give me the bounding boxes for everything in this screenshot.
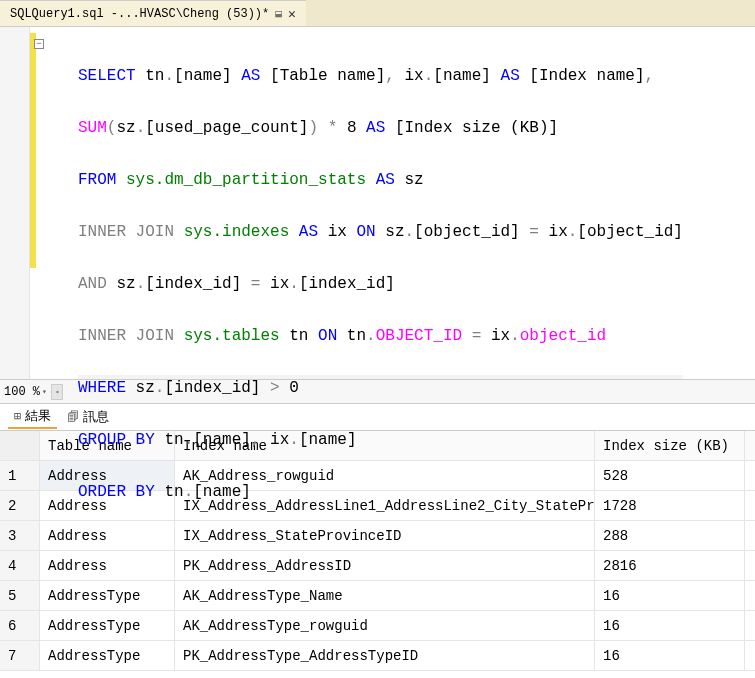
rownum: 2 [0,491,40,520]
table-row[interactable]: 6 AddressType AK_AddressType_rowguid 16 [0,611,755,641]
rownum: 5 [0,581,40,610]
pin-icon[interactable]: ⬓ [275,7,282,20]
cell-table-name[interactable]: AddressType [40,611,175,640]
rownum: 4 [0,551,40,580]
rownum: 3 [0,521,40,550]
cell-table-name[interactable]: AddressType [40,581,175,610]
rownum: 7 [0,641,40,670]
editor-gutter [0,27,30,379]
scroll-left-button[interactable]: ◂ [51,384,63,400]
rownum: 6 [0,611,40,640]
grid-icon: ⊞ [14,409,21,424]
table-row[interactable]: 7 AddressType PK_AddressType_AddressType… [0,641,755,671]
code-area[interactable]: SELECT tn.[name] AS [Table name], ix.[na… [30,27,683,379]
document-tab[interactable]: SQLQuery1.sql -...HVASC\Cheng (53))* ⬓ ✕ [0,0,306,26]
left-arrow-icon: ◂ [54,387,59,396]
tab-results-label: 結果 [25,407,51,425]
close-icon[interactable]: ✕ [288,6,296,22]
tab-title: SQLQuery1.sql -...HVASC\Cheng (53))* [10,7,269,21]
zoom-dropdown[interactable]: 100 % ▾ [4,385,47,399]
cell-table-name[interactable]: AddressType [40,641,175,670]
sql-editor[interactable]: − SELECT tn.[name] AS [Table name], ix.[… [0,27,755,379]
cell-index-name[interactable]: AK_AddressType_rowguid [175,611,595,640]
table-row[interactable]: 5 AddressType AK_AddressType_Name 16 [0,581,755,611]
cell-index-size[interactable]: 16 [595,611,745,640]
header-rownum[interactable] [0,431,40,460]
tab-results[interactable]: ⊞ 結果 [8,405,57,429]
cell-index-size[interactable]: 16 [595,581,745,610]
cell-index-name[interactable]: AK_AddressType_Name [175,581,595,610]
chevron-down-icon: ▾ [42,387,47,396]
cell-index-size[interactable]: 16 [595,641,745,670]
rownum: 1 [0,461,40,490]
zoom-level: 100 % [4,385,40,399]
cell-index-name[interactable]: PK_AddressType_AddressTypeID [175,641,595,670]
document-tab-bar: SQLQuery1.sql -...HVASC\Cheng (53))* ⬓ ✕ [0,0,755,27]
